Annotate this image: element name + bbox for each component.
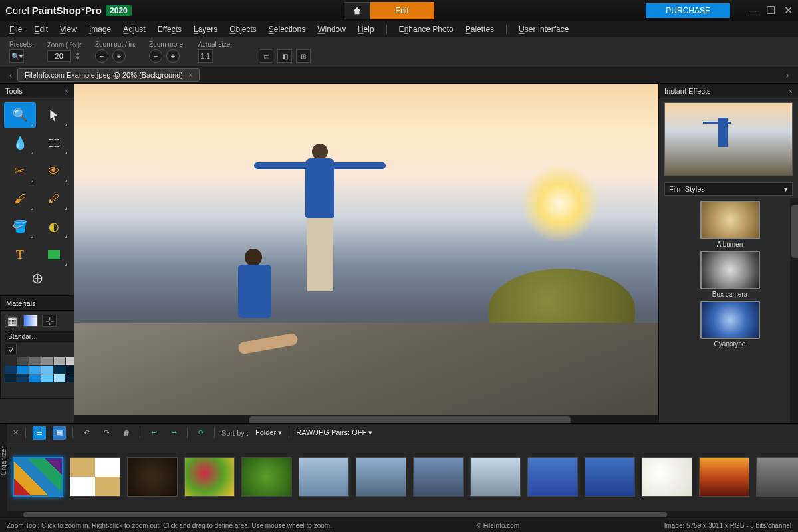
- menu-layers[interactable]: Layers: [194, 25, 217, 34]
- organizer-thumb[interactable]: [241, 457, 292, 497]
- organizer-thumb[interactable]: [470, 457, 521, 497]
- org-view-list[interactable]: ☰: [33, 426, 46, 440]
- menu-selections[interactable]: Selections: [269, 25, 305, 34]
- color-swatch[interactable]: [54, 366, 65, 374]
- tool-fill[interactable]: 🪣: [4, 214, 36, 239]
- tool-lighten[interactable]: ◐: [39, 214, 70, 239]
- menu-objects[interactable]: Objects: [229, 25, 257, 34]
- fit-window-button[interactable]: ▭: [259, 49, 273, 63]
- color-swatch[interactable]: [5, 357, 16, 365]
- organizer-thumb[interactable]: [585, 457, 635, 497]
- organizer-thumb[interactable]: [527, 457, 578, 497]
- color-swatch[interactable]: [17, 366, 28, 374]
- color-swatch[interactable]: [29, 357, 41, 365]
- menu-enhance-photo[interactable]: Enhance Photo: [399, 25, 454, 34]
- purchase-button[interactable]: PURCHASE: [646, 3, 730, 18]
- tool-zoom[interactable]: 🔍: [4, 102, 36, 128]
- menu-edit[interactable]: Edit: [34, 25, 48, 34]
- color-swatch[interactable]: [41, 366, 53, 374]
- fit-image-button[interactable]: ◧: [277, 49, 292, 63]
- org-rotate-left[interactable]: ↶: [80, 426, 93, 440]
- document-tab-close[interactable]: ×: [188, 71, 192, 79]
- menu-image[interactable]: Image: [89, 25, 111, 34]
- tool-crop[interactable]: ✂: [4, 158, 36, 184]
- tab-next-button[interactable]: ›: [781, 70, 794, 80]
- minimize-button[interactable]: ―: [749, 6, 758, 15]
- effect-cyanotype[interactable]: Cyanotype: [663, 301, 797, 348]
- materials-tab-gradient[interactable]: [23, 315, 38, 327]
- effects-category-select[interactable]: Film Styles▾: [664, 182, 793, 196]
- zoom-in-more-button[interactable]: +: [166, 49, 180, 63]
- zoom-input[interactable]: 20: [47, 50, 71, 62]
- org-undo[interactable]: ↩: [147, 426, 160, 440]
- color-swatch[interactable]: [5, 374, 16, 382]
- materials-tab-add[interactable]: ⊹: [42, 315, 57, 327]
- menu-window[interactable]: Window: [317, 25, 346, 34]
- color-swatch[interactable]: [17, 374, 28, 382]
- materials-filter[interactable]: ▿: [5, 344, 17, 354]
- menu-palettes[interactable]: Palettes: [466, 25, 494, 34]
- organizer-thumb[interactable]: [642, 457, 692, 497]
- zoom-spinner[interactable]: ▲▼: [75, 51, 81, 61]
- organizer-thumb[interactable]: [299, 457, 349, 497]
- color-swatch[interactable]: [17, 357, 28, 365]
- menu-user-interface[interactable]: User Interface: [519, 25, 569, 34]
- organizer-thumb[interactable]: [13, 457, 63, 497]
- organizer-hscrollbar[interactable]: [7, 511, 798, 519]
- effect-albumen[interactable]: Albumen: [663, 201, 797, 248]
- workspace-home-button[interactable]: [344, 2, 370, 19]
- actual-size-button[interactable]: 1:1: [198, 49, 213, 63]
- organizer-thumb[interactable]: [699, 457, 749, 497]
- color-swatch[interactable]: [5, 366, 16, 374]
- tools-close[interactable]: ×: [65, 87, 68, 95]
- tool-clone[interactable]: 🖊: [39, 186, 70, 211]
- maximize-button[interactable]: ☐: [766, 6, 775, 15]
- sort-value[interactable]: Folder ▾: [255, 428, 282, 437]
- menu-help[interactable]: Help: [358, 25, 374, 34]
- org-redo[interactable]: ↪: [167, 426, 180, 440]
- org-rotate-right[interactable]: ↷: [100, 426, 113, 440]
- tool-redeye[interactable]: 👁: [39, 158, 70, 184]
- tool-pick[interactable]: [39, 102, 70, 128]
- color-swatch[interactable]: [54, 374, 65, 382]
- tool-dropper[interactable]: 💧: [4, 130, 36, 156]
- tool-text[interactable]: T: [4, 242, 36, 267]
- color-swatch[interactable]: [29, 366, 41, 374]
- effects-close[interactable]: ×: [789, 87, 793, 95]
- tool-add-button[interactable]: ⊕: [4, 270, 70, 287]
- presets-dropdown[interactable]: 🔍▾: [9, 49, 24, 63]
- organizer-thumb[interactable]: [356, 457, 406, 497]
- organizer-thumb[interactable]: [184, 457, 235, 497]
- organizer-collapse[interactable]: ✕: [13, 428, 19, 437]
- org-refresh[interactable]: ⟳: [194, 426, 207, 440]
- menu-adjust[interactable]: Adjust: [123, 25, 145, 34]
- tool-shape[interactable]: [39, 242, 70, 267]
- organizer-side-label[interactable]: Organizer: [0, 424, 7, 519]
- tool-selection[interactable]: [39, 130, 70, 156]
- organizer-thumb[interactable]: [70, 457, 120, 497]
- menu-view[interactable]: View: [60, 25, 77, 34]
- org-delete[interactable]: 🗑: [120, 426, 133, 440]
- fit-all-button[interactable]: ⊞: [296, 49, 311, 63]
- org-view-info[interactable]: ▤: [53, 426, 66, 440]
- materials-tab-swatches[interactable]: ▦: [5, 315, 19, 327]
- effect-box-camera[interactable]: Box camera: [663, 251, 797, 298]
- workspace-edit-button[interactable]: Edit: [370, 2, 434, 19]
- color-swatch[interactable]: [41, 374, 53, 382]
- organizer-thumb[interactable]: [413, 457, 464, 497]
- close-button[interactable]: ✕: [783, 6, 793, 15]
- effects-scrollbar[interactable]: [790, 198, 798, 423]
- raw-jpg-toggle[interactable]: RAW/JPG Pairs: OFF ▾: [296, 428, 372, 437]
- color-swatch[interactable]: [41, 357, 53, 365]
- menu-effects[interactable]: Effects: [158, 25, 182, 34]
- organizer-thumb[interactable]: [756, 457, 798, 497]
- zoom-in-button[interactable]: +: [112, 49, 126, 63]
- tab-prev-button[interactable]: ‹: [4, 70, 17, 80]
- tool-brush[interactable]: 🖌: [4, 186, 36, 211]
- canvas[interactable]: [74, 84, 658, 423]
- menu-file[interactable]: File: [9, 25, 22, 34]
- zoom-out-button[interactable]: −: [95, 49, 108, 63]
- zoom-out-more-button[interactable]: −: [149, 49, 162, 63]
- color-swatch[interactable]: [54, 357, 65, 365]
- canvas-hscrollbar[interactable]: [74, 415, 658, 423]
